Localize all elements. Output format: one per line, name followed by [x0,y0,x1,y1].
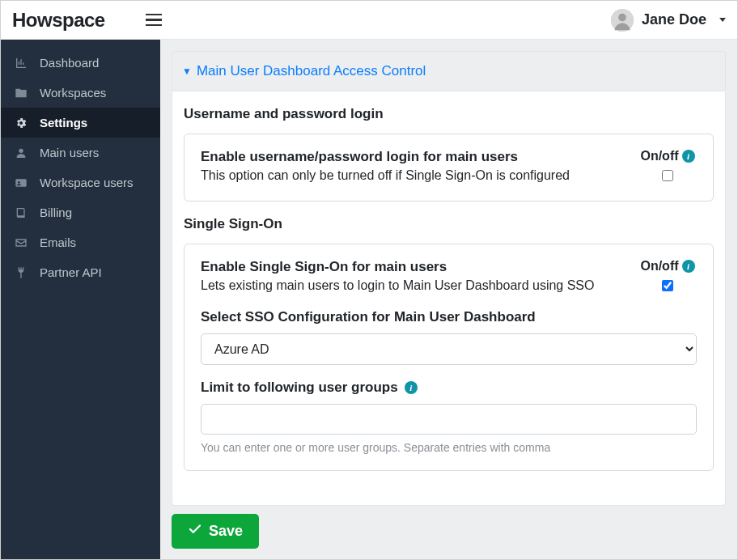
sidebar-item-emails[interactable]: Emails [1,227,160,257]
book-icon [14,206,28,219]
sidebar-item-billing[interactable]: Billing [1,197,160,227]
caret-down-icon: ▼ [182,66,192,77]
panel-body: Username and password login Enable usern… [172,91,726,506]
groups-help-text: You can enter one or more user groups. S… [201,441,697,454]
option2-checkbox[interactable] [662,280,673,291]
option1-desc: This option can only be turned off if Si… [201,168,622,183]
plug-icon [14,266,28,279]
hamburger-menu-icon[interactable] [146,14,162,27]
sidebar-item-label: Workspace users [40,176,134,189]
sso-select[interactable]: Azure AD [201,333,697,365]
sidebar-item-label: Partner API [40,265,102,279]
svg-point-4 [18,181,20,184]
user-menu[interactable]: Jane Doe [611,9,726,32]
main-content: ▼ Main User Dashboard Access Control Use… [160,40,737,559]
caret-down-icon [719,18,726,22]
option1-checkbox[interactable] [662,170,673,181]
sidebar-item-label: Settings [40,116,87,129]
sidebar-item-main-users[interactable]: Main users [1,138,160,168]
option2-title: Enable Single Sign-On for main users [201,259,622,275]
info-icon[interactable]: i [682,260,695,273]
panel-title: Main User Dashboard Access Control [197,63,426,79]
sidebar: DashboardWorkspacesSettingsMain usersWor… [1,40,160,559]
sidebar-item-workspace-users[interactable]: Workspace users [1,168,160,197]
sidebar-item-label: Billing [40,206,72,219]
username-label: Jane Doe [642,11,706,28]
sso-select-label: Select SSO Configuration for Main User D… [201,309,697,325]
envelope-icon [14,236,28,249]
svg-point-2 [19,148,23,152]
avatar-icon [611,9,634,32]
card-username-login: Enable username/password login for main … [184,134,714,202]
sidebar-item-label: Emails [40,235,76,249]
card-sso: Enable Single Sign-On for main users Let… [184,244,714,471]
sidebar-item-label: Dashboard [40,56,99,70]
id-card-icon [14,176,28,189]
section-sso-title: Single Sign-On [184,216,714,232]
onoff-label: On/off i [640,149,694,163]
groups-input[interactable] [201,404,697,435]
sidebar-item-partner-api[interactable]: Partner API [1,257,160,287]
user-icon [14,146,28,159]
save-button[interactable]: Save [172,514,259,549]
app-logo: Howspace [12,9,105,32]
chart-icon [14,57,28,70]
onoff-label: On/off i [640,259,694,274]
folder-icon [14,87,28,100]
svg-point-1 [618,13,626,21]
info-icon[interactable]: i [682,150,695,163]
option1-title: Enable username/password login for main … [201,149,622,165]
panel-header[interactable]: ▼ Main User Dashboard Access Control [172,51,726,91]
check-icon [188,522,202,541]
sidebar-item-settings[interactable]: Settings [1,108,160,138]
sidebar-item-label: Main users [40,146,99,159]
groups-label: Limit to following user groups i [201,380,697,396]
header-left: Howspace [12,9,162,32]
sidebar-item-workspaces[interactable]: Workspaces [1,78,160,108]
gear-icon [14,117,28,129]
app-header: Howspace Jane Doe [1,1,737,40]
section-username-title: Username and password login [184,106,714,122]
sidebar-item-label: Workspaces [40,86,106,100]
option2-desc: Lets existing main users to login to Mai… [201,278,622,293]
sidebar-item-dashboard[interactable]: Dashboard [1,48,160,78]
info-icon[interactable]: i [405,381,418,394]
